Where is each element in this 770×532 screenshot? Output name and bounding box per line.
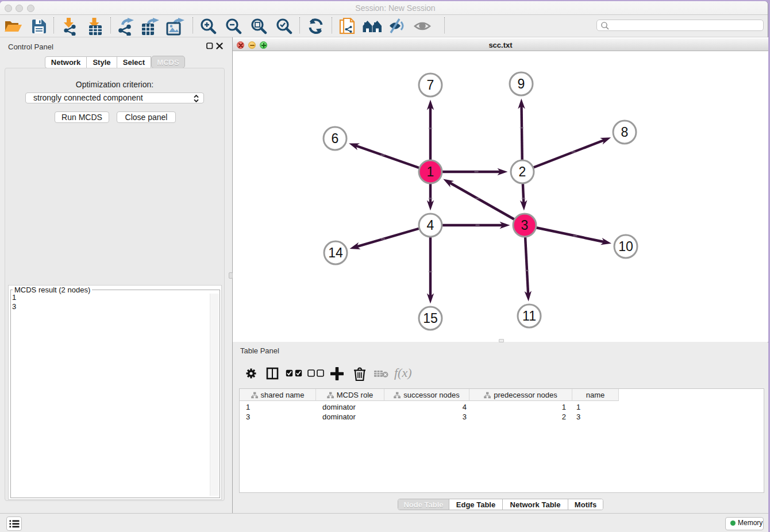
svg-text:8: 8 (621, 125, 629, 140)
svg-text:6: 6 (332, 131, 339, 146)
svg-text:15: 15 (423, 311, 438, 326)
svg-text:2: 2 (519, 164, 526, 179)
svg-text:3: 3 (521, 218, 529, 233)
svg-text:10: 10 (618, 239, 633, 254)
svg-text:11: 11 (522, 309, 536, 323)
svg-text:4: 4 (427, 218, 434, 233)
svg-text:1: 1 (427, 164, 434, 179)
svg-text:7: 7 (427, 78, 434, 92)
svg-text:9: 9 (518, 76, 525, 91)
svg-text:14: 14 (328, 245, 343, 260)
